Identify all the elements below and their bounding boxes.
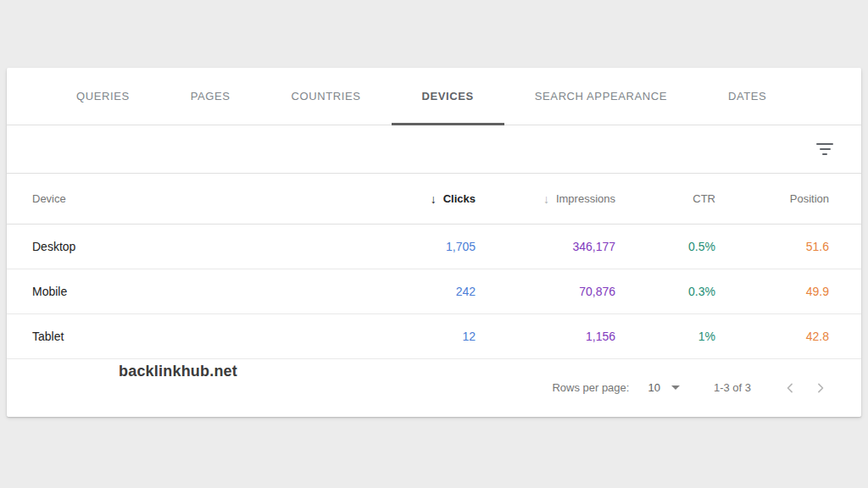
impressions-value: 70,876 — [476, 285, 615, 298]
column-header-impressions-label: Impressions — [556, 192, 615, 205]
position-value: 51.6 — [715, 240, 829, 253]
ctr-value: 0.3% — [615, 285, 715, 298]
tab-dates-label: DATES — [728, 90, 766, 103]
device-name: Desktop — [32, 240, 340, 253]
table-row-mobile[interactable]: Mobile 242 70,876 0.3% 49.9 — [7, 269, 861, 314]
watermark-text: backlinkhub.net — [119, 363, 237, 380]
table-row-desktop[interactable]: Desktop 1,705 346,177 0.5% 51.6 — [7, 225, 861, 269]
table-pagination-bar: backlinkhub.net Rows per page: 10 1-3 of… — [7, 359, 861, 416]
column-header-clicks[interactable]: ↓ Clicks — [340, 192, 476, 205]
rows-per-page-select[interactable]: 10 — [648, 381, 679, 394]
sort-descending-icon-inactive: ↓ — [543, 193, 549, 205]
ctr-value: 0.5% — [615, 240, 715, 253]
position-value: 42.8 — [715, 330, 829, 343]
impressions-value: 346,177 — [476, 240, 615, 253]
previous-page-button[interactable] — [775, 373, 805, 403]
device-name: Mobile — [32, 285, 340, 298]
tab-devices-label: DEVICES — [422, 90, 474, 103]
tab-dates[interactable]: DATES — [698, 68, 797, 125]
clicks-value: 1,705 — [340, 240, 476, 253]
clicks-value: 12 — [340, 330, 476, 343]
tab-devices[interactable]: DEVICES — [392, 68, 504, 125]
clicks-value: 242 — [340, 285, 476, 298]
chevron-left-icon — [782, 380, 798, 396]
filter-bar-bottom — [822, 153, 827, 155]
dropdown-caret-icon — [671, 385, 680, 390]
tab-bar: QUERIES PAGES COUNTRIES DEVICES SEARCH A… — [7, 68, 861, 125]
tab-search-appearance[interactable]: SEARCH APPEARANCE — [504, 68, 698, 125]
tab-queries-label: QUERIES — [76, 90, 130, 103]
rows-per-page-value: 10 — [648, 381, 659, 394]
rows-per-page-label: Rows per page: — [552, 381, 629, 394]
column-header-device[interactable]: Device — [32, 192, 340, 205]
tab-queries[interactable]: QUERIES — [46, 68, 160, 125]
column-header-ctr[interactable]: CTR — [615, 192, 715, 205]
filter-bar-middle — [820, 148, 831, 150]
tab-countries-label: COUNTRIES — [292, 90, 361, 103]
pagination-range-label: 1-3 of 3 — [714, 381, 751, 394]
device-name: Tablet — [32, 330, 340, 343]
active-tab-indicator — [392, 123, 504, 125]
impressions-value: 1,156 — [476, 330, 615, 343]
chevron-right-icon — [812, 380, 829, 396]
column-header-impressions[interactable]: ↓ Impressions — [476, 192, 615, 205]
position-value: 49.9 — [715, 285, 829, 298]
next-page-button[interactable] — [805, 373, 836, 403]
filter-bar-top — [816, 143, 833, 145]
tab-pages-label: PAGES — [191, 90, 231, 103]
column-header-position[interactable]: Position — [715, 192, 829, 205]
tab-pages[interactable]: PAGES — [160, 68, 261, 125]
sort-descending-icon: ↓ — [431, 193, 437, 205]
ctr-value: 1% — [615, 330, 715, 343]
filter-list-icon[interactable] — [816, 143, 833, 155]
table-row-tablet[interactable]: Tablet 12 1,156 1% 42.8 — [7, 314, 861, 359]
column-header-clicks-label: Clicks — [443, 192, 476, 205]
table-header-row: Device ↓ Clicks ↓ Impressions CTR Positi… — [7, 174, 861, 225]
performance-report-card: QUERIES PAGES COUNTRIES DEVICES SEARCH A… — [7, 68, 861, 417]
tab-countries[interactable]: COUNTRIES — [261, 68, 392, 125]
filter-toolbar — [7, 125, 861, 174]
tab-search-appearance-label: SEARCH APPEARANCE — [535, 90, 667, 103]
